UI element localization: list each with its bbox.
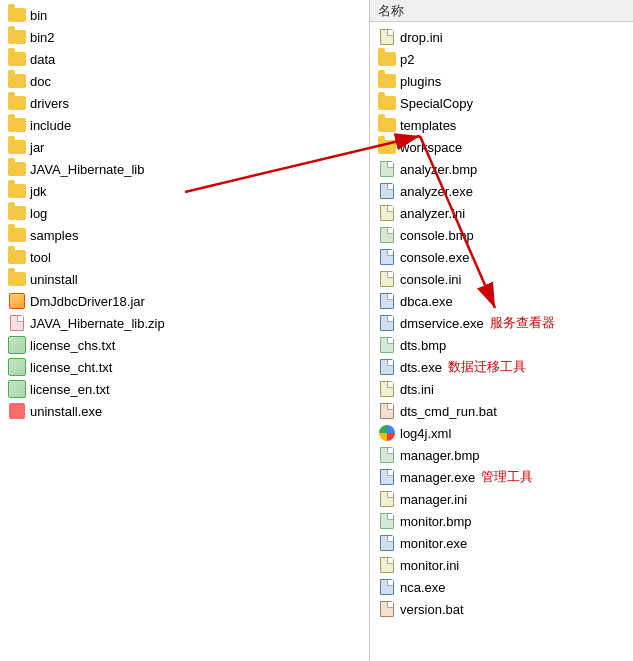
file-icon bbox=[378, 578, 396, 596]
file-name: version.bat bbox=[400, 602, 464, 617]
file-name: JAVA_Hibernate_lib.zip bbox=[30, 316, 165, 331]
file-icon bbox=[8, 116, 26, 134]
file-icon bbox=[378, 314, 396, 332]
file-name: license_chs.txt bbox=[30, 338, 115, 353]
file-icon bbox=[378, 512, 396, 530]
file-name: console.ini bbox=[400, 272, 461, 287]
file-name: dts.exe bbox=[400, 360, 442, 375]
file-icon bbox=[8, 94, 26, 112]
list-item[interactable]: plugins bbox=[370, 70, 633, 92]
list-item[interactable]: monitor.bmp bbox=[370, 510, 633, 532]
file-icon bbox=[378, 402, 396, 420]
file-icon bbox=[378, 94, 396, 112]
list-item[interactable]: jdk bbox=[0, 180, 369, 202]
list-item[interactable]: workspace bbox=[370, 136, 633, 158]
file-name: license_en.txt bbox=[30, 382, 110, 397]
file-icon bbox=[8, 28, 26, 46]
file-icon bbox=[378, 270, 396, 288]
list-item[interactable]: DmJdbcDriver18.jar bbox=[0, 290, 369, 312]
list-item[interactable]: p2 bbox=[370, 48, 633, 70]
list-item[interactable]: monitor.ini bbox=[370, 554, 633, 576]
list-item[interactable]: analyzer.exe bbox=[370, 180, 633, 202]
file-icon bbox=[378, 292, 396, 310]
file-name: monitor.ini bbox=[400, 558, 459, 573]
file-icon bbox=[8, 138, 26, 156]
list-item[interactable]: console.ini bbox=[370, 268, 633, 290]
list-item[interactable]: drop.ini bbox=[370, 26, 633, 48]
list-item[interactable]: JAVA_Hibernate_lib bbox=[0, 158, 369, 180]
file-icon bbox=[378, 72, 396, 90]
list-item[interactable]: data bbox=[0, 48, 369, 70]
list-item[interactable]: jar bbox=[0, 136, 369, 158]
list-item[interactable]: version.bat bbox=[370, 598, 633, 620]
list-item[interactable]: license_en.txt bbox=[0, 378, 369, 400]
file-name: log bbox=[30, 206, 47, 221]
file-icon bbox=[378, 600, 396, 618]
list-item[interactable]: uninstall bbox=[0, 268, 369, 290]
file-icon bbox=[378, 138, 396, 156]
list-item[interactable]: JAVA_Hibernate_lib.zip bbox=[0, 312, 369, 334]
file-name: dts_cmd_run.bat bbox=[400, 404, 497, 419]
file-name: SpecialCopy bbox=[400, 96, 473, 111]
file-icon bbox=[378, 248, 396, 266]
list-item[interactable]: templates bbox=[370, 114, 633, 136]
list-item[interactable]: log4j.xml bbox=[370, 422, 633, 444]
list-item[interactable]: dbca.exe bbox=[370, 290, 633, 312]
list-item[interactable]: dts.bmp bbox=[370, 334, 633, 356]
file-name: include bbox=[30, 118, 71, 133]
list-item[interactable]: samples bbox=[0, 224, 369, 246]
annotation-label: 数据迁移工具 bbox=[448, 358, 526, 376]
list-item[interactable]: dts.exe数据迁移工具 bbox=[370, 356, 633, 378]
list-item[interactable]: dts.ini bbox=[370, 378, 633, 400]
list-item[interactable]: analyzer.ini bbox=[370, 202, 633, 224]
list-item[interactable]: analyzer.bmp bbox=[370, 158, 633, 180]
list-item[interactable]: doc bbox=[0, 70, 369, 92]
file-name: drivers bbox=[30, 96, 69, 111]
list-item[interactable]: include bbox=[0, 114, 369, 136]
list-item[interactable]: dts_cmd_run.bat bbox=[370, 400, 633, 422]
list-item[interactable]: drivers bbox=[0, 92, 369, 114]
file-icon bbox=[378, 28, 396, 46]
file-icon bbox=[8, 182, 26, 200]
file-name: analyzer.exe bbox=[400, 184, 473, 199]
list-item[interactable]: nca.exe bbox=[370, 576, 633, 598]
file-name: manager.ini bbox=[400, 492, 467, 507]
file-icon bbox=[378, 424, 396, 442]
file-icon bbox=[8, 50, 26, 68]
file-icon bbox=[378, 380, 396, 398]
file-name: manager.exe bbox=[400, 470, 475, 485]
list-item[interactable]: license_chs.txt bbox=[0, 334, 369, 356]
list-item[interactable]: dmservice.exe服务查看器 bbox=[370, 312, 633, 334]
file-name: monitor.bmp bbox=[400, 514, 472, 529]
list-item[interactable]: manager.ini bbox=[370, 488, 633, 510]
list-item[interactable]: manager.bmp bbox=[370, 444, 633, 466]
file-name: console.exe bbox=[400, 250, 469, 265]
file-name: console.bmp bbox=[400, 228, 474, 243]
file-icon bbox=[378, 358, 396, 376]
file-icon bbox=[8, 160, 26, 178]
file-name: p2 bbox=[400, 52, 414, 67]
list-item[interactable]: console.exe bbox=[370, 246, 633, 268]
file-icon bbox=[378, 336, 396, 354]
list-item[interactable]: bin2 bbox=[0, 26, 369, 48]
list-item[interactable]: uninstall.exe bbox=[0, 400, 369, 422]
left-panel: bin bin2 data doc drivers include jar JA… bbox=[0, 0, 370, 661]
list-item[interactable]: log bbox=[0, 202, 369, 224]
file-icon bbox=[8, 402, 26, 420]
file-name: bin2 bbox=[30, 30, 55, 45]
list-item[interactable]: bin bbox=[0, 4, 369, 26]
file-icon bbox=[8, 336, 26, 354]
list-item[interactable]: monitor.exe bbox=[370, 532, 633, 554]
list-item[interactable]: tool bbox=[0, 246, 369, 268]
file-name: analyzer.ini bbox=[400, 206, 465, 221]
file-name: dts.ini bbox=[400, 382, 434, 397]
list-item[interactable]: SpecialCopy bbox=[370, 92, 633, 114]
list-item[interactable]: license_cht.txt bbox=[0, 356, 369, 378]
file-icon bbox=[378, 556, 396, 574]
file-name: bin bbox=[30, 8, 47, 23]
list-item[interactable]: manager.exe管理工具 bbox=[370, 466, 633, 488]
file-name: tool bbox=[30, 250, 51, 265]
file-name: dmservice.exe bbox=[400, 316, 484, 331]
file-icon bbox=[8, 226, 26, 244]
list-item[interactable]: console.bmp bbox=[370, 224, 633, 246]
